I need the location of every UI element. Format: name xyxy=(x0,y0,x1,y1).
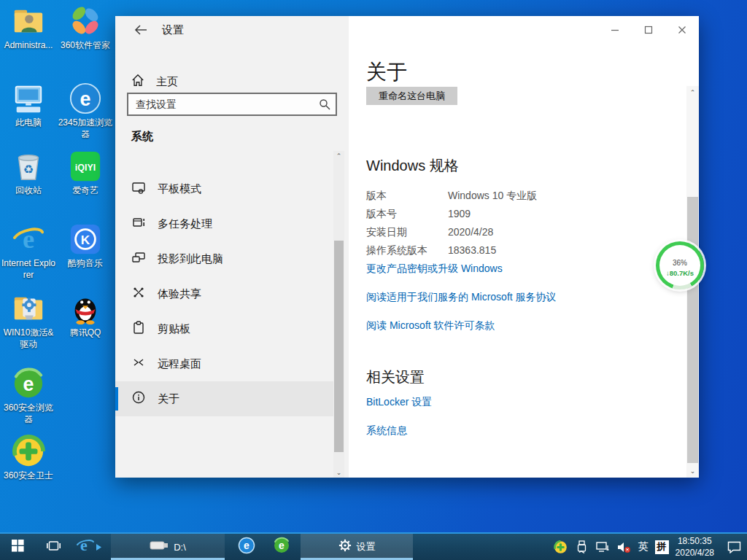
spec-row: 版本号 1909 xyxy=(366,208,471,221)
360-safe-guard-icon xyxy=(12,435,45,468)
minimize-button[interactable] xyxy=(598,16,632,44)
spec-row: 操作系统版本 18363.815 xyxy=(366,244,496,257)
sidebar-item-home[interactable]: 主页 xyxy=(115,67,349,96)
sidebar-item-clipboard[interactable]: 剪贴板 xyxy=(115,311,334,346)
speed-ball-download-speed: ↓80.7K/s xyxy=(666,269,694,277)
scroll-down-icon[interactable]: ⌄ xyxy=(686,466,699,476)
iqiyi-icon: iQIYI xyxy=(69,149,102,183)
sidebar-item-label: 关于 xyxy=(158,392,179,406)
desktop-icon-label: 360安全浏览器 xyxy=(0,402,57,425)
scroll-up-icon[interactable]: ⌃ xyxy=(333,151,344,161)
home-icon xyxy=(131,74,144,90)
services-agreement-link[interactable]: 阅读适用于我们服务的 Microsoft 服务协议 xyxy=(366,291,557,304)
sidebar-item-tablet-mode[interactable]: 平板模式 xyxy=(115,171,334,206)
taskbar-button-label: D:\ xyxy=(174,542,186,553)
taskbar-clock[interactable]: 18:50:35 2020/4/28 xyxy=(676,535,714,559)
action-center-icon[interactable] xyxy=(727,540,741,554)
change-product-key-link[interactable]: 更改产品密钥或升级 Windows xyxy=(366,262,503,276)
sidebar-scrollbar[interactable]: ⌃ ⌄ xyxy=(333,151,344,478)
usb-device-tray-icon[interactable] xyxy=(575,540,589,554)
spec-label: 版本号 xyxy=(366,208,448,221)
taskbar-d-drive-button[interactable]: D:\ xyxy=(111,534,225,560)
back-button[interactable] xyxy=(128,22,153,41)
jumplist-arrow-icon xyxy=(96,540,101,553)
desktop-icon-label: Internet Explorer xyxy=(0,258,57,281)
desktop-icon-360-software-manager[interactable]: 360软件管家 xyxy=(57,4,114,52)
rename-pc-button[interactable]: 重命名这台电脑 xyxy=(366,87,457,105)
recycle-bin-icon: ♻ xyxy=(12,149,45,183)
ime-language-indicator[interactable]: 英 xyxy=(638,540,649,553)
sidebar-item-label: 多任务处理 xyxy=(158,217,212,231)
bitlocker-settings-link[interactable]: BitLocker 设置 xyxy=(366,396,432,409)
svg-text:e: e xyxy=(80,537,88,554)
clock-date: 2020/4/28 xyxy=(676,547,714,559)
search-icon[interactable] xyxy=(314,98,336,110)
license-terms-link[interactable]: 阅读 Microsoft 软件许可条款 xyxy=(366,319,495,332)
desktop-icon-kugou-music[interactable]: K 酷狗音乐 xyxy=(57,222,114,270)
scroll-up-icon[interactable]: ⌃ xyxy=(686,88,699,98)
sidebar-scrollbar-thumb[interactable] xyxy=(334,241,344,452)
360-browser-icon: e xyxy=(12,367,45,400)
shared-experiences-icon xyxy=(131,285,146,303)
start-button[interactable] xyxy=(0,534,35,560)
system-info-link[interactable]: 系统信息 xyxy=(366,424,407,438)
taskbar-ie-button[interactable]: e xyxy=(71,534,105,560)
desktop-icon-administrator[interactable]: Administra... xyxy=(0,4,57,52)
ime-pinyin-icon[interactable]: 拼 xyxy=(655,540,669,554)
system-tray: 英 拼 18:50:35 2020/4/28 xyxy=(554,534,747,560)
taskbar-settings-button[interactable]: 设置 xyxy=(301,534,413,560)
sidebar-item-shared-experiences[interactable]: 体验共享 xyxy=(115,276,334,311)
360-safe-guard-tray-icon[interactable] xyxy=(554,540,568,554)
desktop-icon-360-safe-guard[interactable]: 360安全卫士 xyxy=(0,435,57,482)
desktop-icon-internet-explorer[interactable]: e Internet Explorer xyxy=(0,222,57,281)
window-caption-buttons xyxy=(598,16,699,44)
desktop-icon-this-pc[interactable]: 此电脑 xyxy=(0,82,57,129)
taskbar-360-browser-button[interactable]: e xyxy=(266,534,298,560)
svg-text:♻: ♻ xyxy=(23,163,34,176)
sidebar-item-remote-desktop[interactable]: 远程桌面 xyxy=(115,346,334,381)
sidebar-item-label: 体验共享 xyxy=(158,287,201,301)
spec-label: 操作系统版本 xyxy=(366,244,448,257)
main-scrollbar-thumb[interactable] xyxy=(687,197,698,463)
desktop-icon-label: 360安全卫士 xyxy=(4,470,53,482)
tablet-mode-icon xyxy=(131,180,146,198)
network-tray-icon[interactable] xyxy=(596,540,611,554)
sidebar-item-about[interactable]: 关于 xyxy=(115,381,334,416)
settings-search-box xyxy=(127,93,337,116)
spec-value: 2020/4/28 xyxy=(448,226,493,239)
sidebar-item-label: 剪贴板 xyxy=(158,322,190,336)
spec-row: 安装日期 2020/4/28 xyxy=(366,226,493,239)
settings-main-pane: 关于 重命名这台电脑 Windows 规格 版本 Windows 10 专业版 … xyxy=(349,16,699,478)
kugou-music-icon: K xyxy=(69,222,102,256)
sidebar-item-label: 投影到此电脑 xyxy=(158,252,223,266)
qq-penguin-icon xyxy=(69,292,102,325)
desktop-icon-label: 2345加速浏览器 xyxy=(57,117,114,140)
close-button[interactable] xyxy=(665,16,699,44)
spec-value: Windows 10 专业版 xyxy=(448,190,537,203)
task-view-button[interactable] xyxy=(38,534,69,560)
svg-text:iQIYI: iQIYI xyxy=(75,163,96,173)
svg-text:e: e xyxy=(244,540,249,551)
maximize-button[interactable] xyxy=(632,16,665,44)
spec-value: 18363.815 xyxy=(448,244,496,257)
sidebar-item-multitasking[interactable]: 多任务处理 xyxy=(115,206,334,241)
search-input[interactable] xyxy=(128,98,314,110)
volume-muted-icon[interactable] xyxy=(617,540,632,554)
360-speed-ball[interactable]: 36% ↓80.7K/s xyxy=(656,241,704,289)
sidebar-item-label: 远程桌面 xyxy=(158,357,201,371)
svg-text:e: e xyxy=(23,373,34,395)
scroll-down-icon[interactable]: ⌄ xyxy=(333,467,344,478)
taskbar-2345-browser-button[interactable]: e xyxy=(231,534,263,560)
projecting-icon xyxy=(131,250,146,268)
desktop-icon-win10-activate[interactable]: WIN10激活&驱动 xyxy=(0,292,57,350)
sidebar-home-label: 主页 xyxy=(156,75,178,89)
desktop-icon-label: 回收站 xyxy=(15,185,42,197)
sidebar-item-projecting[interactable]: 投影到此电脑 xyxy=(115,241,334,276)
desktop-icon-qq[interactable]: 腾讯QQ xyxy=(57,292,114,339)
desktop-icon-360-browser[interactable]: e 360安全浏览器 xyxy=(0,367,57,425)
spec-label: 安装日期 xyxy=(366,226,448,239)
svg-text:e: e xyxy=(279,540,285,551)
desktop-icon-2345-browser[interactable]: e 2345加速浏览器 xyxy=(57,82,114,140)
desktop-icon-recycle-bin[interactable]: ♻ 回收站 xyxy=(0,149,57,197)
desktop-icon-iqiyi[interactable]: iQIYI 爱奇艺 xyxy=(57,149,114,197)
